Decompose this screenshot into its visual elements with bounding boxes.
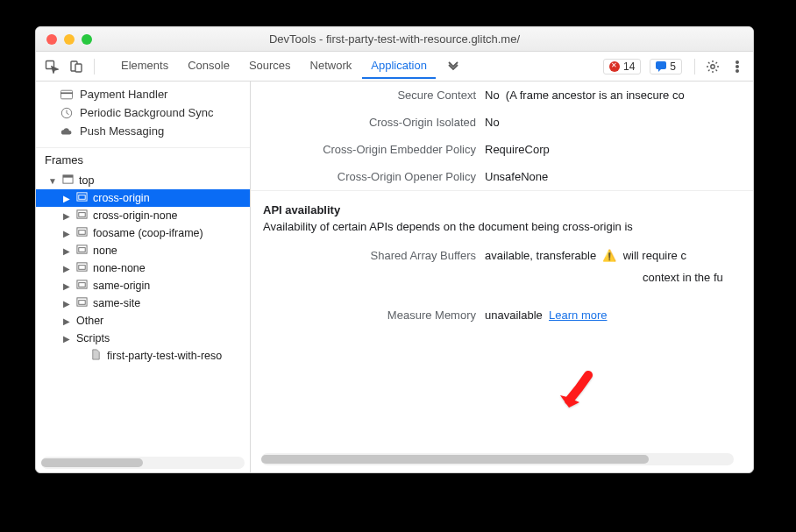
frames-header: Frames (36, 147, 250, 172)
settings-icon[interactable] (702, 56, 723, 77)
svg-point-7 (736, 69, 739, 72)
scrollbar-thumb[interactable] (41, 458, 143, 467)
main-scrollbar[interactable] (261, 453, 734, 465)
tab-elements[interactable]: Elements (112, 53, 177, 79)
titlebar: DevTools - first-party-test-with-resourc… (36, 27, 753, 52)
row-label: Measure Memory (261, 309, 476, 322)
tree-item-label: same-origin (93, 280, 150, 292)
svg-rect-14 (79, 195, 85, 200)
disclosure-triangle-icon[interactable]: ▶ (62, 334, 71, 344)
svg-rect-18 (79, 231, 85, 235)
zoom-window-button[interactable] (82, 34, 92, 45)
messages-count: 5 (670, 60, 676, 73)
tree-item-same-site[interactable]: ▶ same-site (36, 294, 250, 312)
disclosure-triangle-icon[interactable]: ▶ (62, 229, 71, 238)
device-toggle-icon[interactable] (66, 56, 87, 77)
tab-console[interactable]: Console (179, 53, 238, 79)
inspect-icon[interactable] (41, 56, 62, 77)
disclosure-triangle-icon[interactable]: ▶ (62, 211, 71, 221)
tree-item-other[interactable]: ▶ Other (36, 312, 250, 330)
separator (94, 59, 95, 74)
iframe-icon (76, 279, 88, 293)
svg-rect-22 (79, 266, 85, 270)
scrollbar-thumb[interactable] (261, 455, 649, 464)
sidebar-scrollbar[interactable] (41, 457, 245, 469)
tree-item-none[interactable]: ▶ none (36, 242, 250, 259)
tree-item-label: cross-origin (93, 192, 150, 204)
row-extra: (A frame ancestor is an insecure co (506, 89, 685, 102)
annotation-arrow-icon (553, 371, 597, 417)
svg-rect-16 (79, 213, 85, 217)
iframe-icon (76, 209, 88, 223)
disclosure-triangle-icon[interactable]: ▶ (62, 194, 71, 203)
row-value: available, transferable (485, 249, 596, 262)
tab-application[interactable]: Application (362, 53, 436, 79)
tree-item-foosame[interactable]: ▶ foosame (coop-iframe) (36, 224, 250, 242)
row-coep: Cross-Origin Embedder Policy RequireCorp (251, 136, 753, 163)
kebab-menu-icon[interactable] (727, 56, 748, 77)
tree-item-label: same-site (93, 297, 140, 309)
disclosure-triangle-icon[interactable]: ▼ (48, 176, 57, 186)
row-extra: will require c (623, 249, 686, 262)
disclosure-triangle-icon[interactable]: ▶ (62, 246, 71, 256)
tree-item-cross-origin[interactable]: ▶ cross-origin (36, 189, 250, 207)
svg-rect-9 (60, 92, 73, 94)
disclosure-triangle-icon[interactable]: ▶ (62, 299, 71, 309)
disclosure-triangle-icon[interactable]: ▶ (62, 264, 71, 273)
tree-item-label: Scripts (76, 332, 110, 344)
tree-item-same-origin[interactable]: ▶ same-origin (36, 277, 250, 294)
row-value: No (485, 89, 500, 102)
sidebar: Payment Handler Periodic Background Sync… (36, 82, 251, 472)
close-window-button[interactable] (46, 34, 57, 45)
tree-item-script-file[interactable]: first-party-test-with-reso (36, 347, 250, 365)
row-label: Secure Context (261, 89, 476, 102)
sidebar-item-payment-handler[interactable]: Payment Handler (36, 85, 250, 103)
iframe-icon (76, 261, 88, 275)
tab-sources[interactable]: Sources (240, 53, 300, 79)
frames-tree: ▼ top ▶ cross-origin ▶ cross-origin-none… (36, 172, 250, 457)
panel-tabs: Elements Console Sources Network Applica… (112, 53, 436, 79)
details-pane: Secure Context No (A frame ancestor is a… (251, 82, 753, 472)
tree-item-label: cross-origin-none (93, 209, 178, 222)
tree-item-label: Other (76, 315, 103, 327)
tree-item-top[interactable]: ▼ top (36, 172, 250, 189)
tree-item-none-none[interactable]: ▶ none-none (36, 259, 250, 277)
separator (694, 59, 695, 74)
row-value: RequireCorp (485, 143, 550, 156)
row-value: UnsafeNone (485, 170, 548, 183)
frame-icon (62, 174, 74, 188)
sidebar-item-periodic-sync[interactable]: Periodic Background Sync (36, 103, 250, 122)
iframe-icon (76, 191, 88, 205)
api-section-title: API availablity (251, 190, 753, 220)
minimize-window-button[interactable] (64, 34, 75, 45)
row-extra: context in the fu (485, 271, 723, 284)
disclosure-triangle-icon[interactable]: ▶ (62, 316, 71, 326)
tab-network[interactable]: Network (302, 53, 361, 79)
devtools-window: DevTools - first-party-test-with-resourc… (35, 26, 754, 473)
message-icon (656, 61, 666, 72)
errors-badge[interactable]: 14 (603, 59, 641, 74)
tree-item-scripts[interactable]: ▶ Scripts (36, 330, 250, 347)
svg-rect-26 (79, 301, 85, 305)
tree-item-label: none-none (93, 262, 146, 274)
more-tabs-icon[interactable] (443, 56, 464, 77)
learn-more-link[interactable]: Learn more (549, 309, 607, 322)
toolbar: Elements Console Sources Network Applica… (36, 52, 753, 82)
sidebar-item-push-messaging[interactable]: Push Messaging (36, 122, 250, 140)
window-controls (36, 34, 92, 45)
row-label: Shared Array Buffers (261, 249, 476, 262)
row-secure-context: Secure Context No (A frame ancestor is a… (251, 82, 753, 109)
iframe-icon (76, 296, 88, 310)
sidebar-item-label: Periodic Background Sync (80, 106, 213, 119)
disclosure-triangle-icon[interactable]: ▶ (62, 281, 71, 291)
tree-item-cross-origin-none[interactable]: ▶ cross-origin-none (36, 207, 250, 224)
api-section-desc: Availability of certain APIs depends on … (251, 220, 753, 242)
svg-rect-24 (79, 283, 85, 287)
messages-badge[interactable]: 5 (650, 59, 682, 74)
row-value: No (485, 116, 500, 129)
errors-count: 14 (623, 60, 635, 73)
card-icon (60, 89, 73, 101)
row-label: Cross-Origin Opener Policy (261, 170, 476, 183)
row-label: Cross-Origin Isolated (261, 116, 476, 129)
svg-rect-8 (60, 90, 72, 99)
